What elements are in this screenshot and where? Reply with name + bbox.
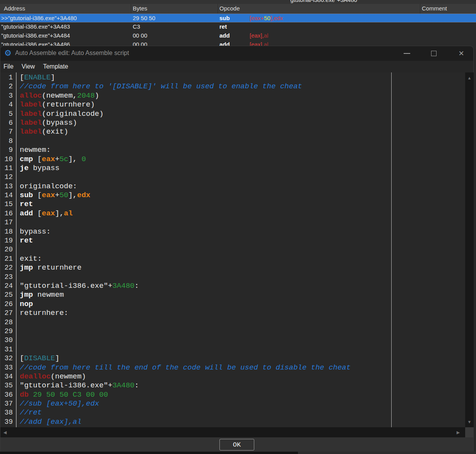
scroll-down-icon[interactable]: ▼: [465, 418, 474, 426]
code-line[interactable]: 39//add [eax],al: [0, 418, 465, 426]
code-line[interactable]: 11je bypass: [0, 164, 465, 173]
column-separator[interactable]: [420, 4, 420, 14]
close-icon: ✕: [458, 50, 464, 57]
code-line[interactable]: 26nop: [0, 300, 465, 309]
opcode-mnemonic: sub: [219, 15, 230, 21]
code-line[interactable]: 14sub [eax+50],edx: [0, 191, 465, 200]
horizontal-scrollbar[interactable]: ◀ ▶: [0, 427, 465, 437]
code-line[interactable]: 17: [0, 218, 465, 227]
scroll-up-icon[interactable]: ▲: [465, 74, 474, 82]
code-line[interactable]: 9newmem:: [0, 146, 465, 155]
column-separator[interactable]: [131, 4, 131, 14]
code-segment: edx: [77, 191, 90, 199]
code-segment: 2048: [77, 91, 95, 100]
line-number: 16: [0, 209, 13, 218]
code-line[interactable]: 22jmp returnhere: [0, 263, 465, 272]
code-segment: add: [20, 209, 33, 218]
column-header-address[interactable]: Address: [4, 5, 25, 12]
code-segment: (newmem,: [42, 91, 77, 100]
code-line[interactable]: 18bypass:: [0, 227, 465, 236]
code-line[interactable]: 34dealloc(newmem): [0, 372, 465, 381]
maximize-button[interactable]: [423, 46, 445, 61]
code-line[interactable]: 16add [eax],al: [0, 209, 465, 218]
code-line[interactable]: 1[ENABLE]: [0, 73, 465, 82]
code-segment: //add [eax],al: [20, 418, 82, 426]
code-line[interactable]: 20: [0, 245, 465, 254]
code-segment: cmp: [20, 155, 33, 163]
code-line[interactable]: 3alloc(newmem,2048): [0, 91, 465, 100]
code-line[interactable]: 5label(originalcode): [0, 110, 465, 119]
code-line[interactable]: 32[DISABLE]: [0, 354, 465, 363]
close-button[interactable]: ✕: [450, 46, 472, 61]
menu-template[interactable]: Template: [43, 63, 68, 70]
ok-button[interactable]: OK: [219, 439, 254, 451]
code-segment: "gtutorial-i386.exe"+: [20, 381, 112, 390]
code-line[interactable]: 7label(exit): [0, 127, 465, 136]
code-lines: 1[ENABLE]2//code from here to '[DISABLE]…: [0, 73, 465, 426]
code-line[interactable]: 28: [0, 318, 465, 327]
code-line[interactable]: 35"gtutorial-i386.exe"+3A480:: [0, 381, 465, 390]
code-segment: ret: [20, 236, 33, 245]
auto-assemble-dialog: ⚙ Auto Assemble edit: Auto Assemble scri…: [0, 46, 474, 452]
column-header-opcode[interactable]: Opcode: [219, 5, 240, 12]
menu-file[interactable]: File: [3, 63, 14, 70]
scroll-left-icon[interactable]: ◀: [1, 427, 9, 437]
code-segment: 3A480: [112, 381, 134, 390]
code-line[interactable]: 2//code from here to '[DISABLE]' will be…: [0, 82, 465, 91]
vertical-scrollbar[interactable]: ▲ ▼: [465, 72, 474, 427]
line-number: 28: [0, 318, 13, 327]
bottom-strip-dark: [0, 452, 298, 454]
code-line[interactable]: 37//sub [eax+50],edx: [0, 399, 465, 408]
code-line[interactable]: 12: [0, 173, 465, 182]
line-number: 20: [0, 245, 13, 254]
code-segment: 0: [82, 155, 86, 163]
code-line[interactable]: 6label(bypass): [0, 119, 465, 127]
menu-view[interactable]: View: [22, 63, 35, 70]
code-line[interactable]: 13originalcode:: [0, 182, 465, 191]
menu-bar: FileViewTemplate: [0, 61, 473, 72]
line-number: 24: [0, 282, 13, 291]
code-line[interactable]: 31: [0, 345, 465, 354]
code-line[interactable]: 21exit:: [0, 255, 465, 263]
code-line[interactable]: 38//ret: [0, 408, 465, 417]
code-segment: nop: [20, 300, 33, 308]
line-number: 30: [0, 336, 13, 345]
script-editor[interactable]: 1[ENABLE]2//code from here to '[DISABLE]…: [0, 72, 465, 427]
code-segment: 29 50 50 C3 00 00: [29, 390, 108, 399]
code-line[interactable]: 25jmp newmem: [0, 291, 465, 299]
code-line[interactable]: 36db 29 50 50 C3 00 00: [0, 390, 465, 399]
code-line[interactable]: 24"gtutorial-i386.exe"+3A480:: [0, 282, 465, 291]
code-line[interactable]: 33//code from here till the end of the c…: [0, 363, 465, 372]
code-segment: ],: [68, 191, 77, 199]
code-segment: bypass:: [20, 227, 51, 236]
column-header-comment[interactable]: Comment: [422, 5, 447, 12]
opcode-mnemonic: add: [219, 32, 230, 39]
code-segment: (returnhere): [42, 100, 95, 109]
disasm-row[interactable]: >>"gtutorial-i386.exe"+3A48029 50 50sub[…: [0, 14, 476, 22]
code-line[interactable]: 30: [0, 336, 465, 345]
code-segment: sub: [20, 191, 33, 199]
disasm-rows: >>"gtutorial-i386.exe"+3A48029 50 50sub[…: [0, 14, 476, 49]
code-line[interactable]: 27returnhere:: [0, 309, 465, 318]
line-number: 22: [0, 263, 13, 272]
code-text: jmp returnhere: [20, 263, 82, 272]
code-segment: label: [20, 100, 42, 109]
code-segment: dealloc: [20, 372, 51, 381]
column-separator[interactable]: [217, 4, 218, 14]
column-header-bytes[interactable]: Bytes: [133, 5, 147, 12]
code-line[interactable]: 15ret: [0, 200, 465, 209]
code-segment: jmp: [20, 291, 33, 299]
code-line[interactable]: 19ret: [0, 236, 465, 245]
code-line[interactable]: 8: [0, 137, 465, 146]
disasm-row[interactable]: "gtutorial-i386.exe"+3A483C3ret: [0, 22, 476, 31]
minimize-button[interactable]: [396, 46, 418, 61]
disasm-row[interactable]: "gtutorial-i386.exe"+3A48400 00add[eax],…: [0, 31, 476, 40]
code-line[interactable]: 29: [0, 327, 465, 336]
code-line[interactable]: 4label(returnhere): [0, 100, 465, 109]
code-line[interactable]: 23: [0, 273, 465, 282]
code-line[interactable]: 10cmp [eax+5c], 0: [0, 155, 465, 164]
code-segment: je: [20, 164, 29, 172]
code-segment: jmp: [20, 263, 33, 272]
scroll-right-icon[interactable]: ▶: [454, 427, 462, 437]
title-bar[interactable]: ⚙ Auto Assemble edit: Auto Assemble scri…: [0, 46, 473, 61]
